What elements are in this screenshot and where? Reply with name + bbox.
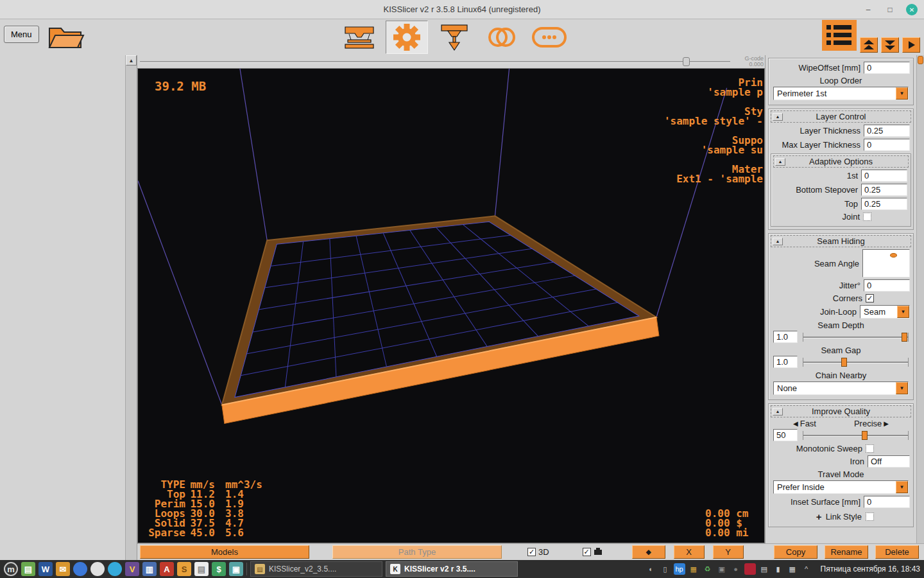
- misc-settings-button[interactable]: [528, 21, 570, 54]
- copy-button[interactable]: Copy: [774, 545, 817, 559]
- rename-button[interactable]: Rename: [825, 545, 868, 559]
- input-method-icon[interactable]: ▦: [787, 563, 798, 575]
- delete-button[interactable]: Delete: [875, 545, 919, 559]
- taskbar-clock[interactable]: Пятница сентября 16, 18:43: [821, 565, 920, 574]
- package-icon[interactable]: ▣: [716, 563, 728, 575]
- seam-depth-track[interactable]: [803, 333, 909, 342]
- tray-expand-icon[interactable]: ^: [801, 563, 812, 575]
- inset-surface-input[interactable]: 0: [864, 496, 910, 508]
- mint-menu-icon[interactable]: m: [4, 562, 18, 576]
- y-axis-button[interactable]: Y: [713, 545, 744, 559]
- collapse-button[interactable]: ▲: [775, 158, 785, 166]
- wipe-offset-input[interactable]: 0: [864, 62, 910, 74]
- join-loop-select[interactable]: Seam ▼: [860, 305, 910, 319]
- x-axis-button[interactable]: X: [674, 545, 705, 559]
- scroll-up-button[interactable]: ▲: [126, 55, 137, 66]
- move-down-button[interactable]: [881, 37, 899, 53]
- browser-icon[interactable]: [73, 562, 87, 576]
- writer-icon[interactable]: W: [38, 562, 53, 576]
- reader-icon[interactable]: A: [160, 562, 174, 576]
- seam-angle-dial[interactable]: [862, 249, 910, 277]
- loop-order-select[interactable]: Perimeter 1st ▼: [773, 87, 909, 100]
- support-settings-button[interactable]: [433, 21, 475, 54]
- style-list-button[interactable]: [822, 20, 857, 53]
- minimize-button[interactable]: –: [862, 4, 874, 15]
- chat-icon[interactable]: [108, 562, 122, 576]
- panel-scrollbar-thumb[interactable]: [918, 56, 923, 64]
- panel-scrollbar[interactable]: [916, 55, 924, 543]
- view-3d-toggle[interactable]: ✓ 3D: [527, 547, 549, 557]
- path-type-button[interactable]: Path Type: [332, 545, 502, 559]
- recycle-icon[interactable]: ♻: [702, 563, 714, 575]
- document-icon[interactable]: ▤: [194, 562, 209, 576]
- utility-icon[interactable]: ▣: [229, 562, 243, 576]
- bed-view-toggle[interactable]: ✓: [583, 548, 603, 556]
- taskbar-window-filemanager[interactable]: ▤ KISSlicer_v2_3.5....: [250, 561, 382, 577]
- maximize-button[interactable]: □: [884, 4, 896, 15]
- jitter-input[interactable]: 0: [864, 279, 910, 292]
- workspace-upper: G-code 0.000: [137, 55, 924, 543]
- hp-device-icon[interactable]: hp: [674, 563, 685, 575]
- max-layer-thickness-input[interactable]: 0: [864, 139, 910, 151]
- models-button[interactable]: Models: [140, 545, 309, 559]
- joint-checkbox[interactable]: [863, 213, 871, 221]
- mail-icon[interactable]: ✉: [56, 562, 70, 576]
- collapse-button[interactable]: ▲: [773, 408, 783, 416]
- gcode-slider-track[interactable]: [140, 57, 730, 66]
- collapse-button[interactable]: ▲: [773, 238, 783, 245]
- move-up-button[interactable]: [860, 37, 878, 53]
- seam-gap-handle[interactable]: [841, 358, 847, 367]
- material-settings-button[interactable]: [481, 21, 523, 54]
- adaptive-top-input[interactable]: 0.25: [861, 198, 907, 210]
- dropdown-arrow-icon[interactable]: ▼: [897, 306, 909, 318]
- dropdown-arrow-icon[interactable]: ▼: [896, 87, 908, 100]
- collapse-button[interactable]: ▲: [773, 113, 783, 121]
- gcode-slider-handle[interactable]: [683, 57, 690, 66]
- shield-icon[interactable]: ●: [730, 563, 742, 575]
- corners-checkbox[interactable]: ✓: [866, 294, 874, 302]
- viewport-3d[interactable]: 39.2 MB Prin'sample pSty'sample style' -…: [137, 68, 765, 543]
- fast-arrow-icon[interactable]: ◀: [793, 420, 798, 427]
- layer-thickness-input[interactable]: 0.25: [864, 125, 910, 137]
- dropdown-arrow-icon[interactable]: ▼: [896, 481, 908, 493]
- dropdown-arrow-icon[interactable]: ▼: [896, 382, 908, 394]
- color-manager-icon[interactable]: ▦: [688, 563, 699, 575]
- layer-control-header: ▲ Layer Control: [771, 110, 911, 123]
- menu-button[interactable]: Menu: [4, 26, 39, 43]
- view-3d-checkbox[interactable]: ✓: [527, 548, 536, 556]
- trash-icon[interactable]: ▯: [660, 563, 671, 575]
- seam-gap-track[interactable]: [803, 358, 909, 367]
- close-button[interactable]: ✕: [906, 4, 918, 15]
- titlebar[interactable]: KISSlicer v2 r 3.5.8 Linux64 (unregister…: [0, 0, 924, 19]
- monotonic-sweep-checkbox[interactable]: [866, 444, 874, 453]
- printer-settings-button[interactable]: [338, 21, 381, 54]
- stats-icon[interactable]: ▥: [142, 562, 157, 576]
- quality-handle[interactable]: [862, 431, 868, 440]
- adaptive-options-group: ▲ Adaptive Options 1st 0 Bottom Stepover…: [771, 153, 911, 227]
- media-icon[interactable]: V: [125, 562, 139, 576]
- open-file-button[interactable]: [46, 22, 87, 56]
- printer-icon[interactable]: ▤: [758, 563, 770, 575]
- bottom-stepover-input[interactable]: 0.25: [861, 184, 907, 196]
- left-scrollbar[interactable]: ▲: [126, 55, 137, 560]
- quality-track[interactable]: [803, 431, 909, 440]
- diamond-button[interactable]: ◆: [632, 545, 665, 559]
- bed-view-checkbox[interactable]: ✓: [583, 548, 591, 556]
- style-settings-button[interactable]: [386, 21, 428, 54]
- taskbar-window-kisslicer[interactable]: K KISSlicer v2 r 3.5....: [386, 561, 518, 577]
- keyboard-layout-flag-icon[interactable]: [744, 563, 756, 575]
- precise-arrow-icon[interactable]: ▶: [884, 420, 889, 427]
- iron-select[interactable]: Off: [868, 455, 910, 468]
- adaptive-1st-input[interactable]: 0: [861, 170, 907, 182]
- app-circle-icon[interactable]: [90, 562, 105, 576]
- play-button[interactable]: [902, 37, 920, 53]
- editor-icon[interactable]: S: [177, 562, 191, 576]
- chain-nearby-select[interactable]: None ▼: [773, 381, 909, 395]
- seam-depth-handle[interactable]: [902, 333, 907, 342]
- notes-icon[interactable]: ▤: [21, 562, 35, 576]
- status-icon[interactable]: ◐: [646, 563, 657, 575]
- link-style-checkbox[interactable]: [866, 512, 874, 521]
- phone-icon[interactable]: ▮: [773, 563, 784, 575]
- cash-icon[interactable]: $: [212, 562, 226, 576]
- travel-mode-select[interactable]: Prefer Inside ▼: [773, 480, 909, 494]
